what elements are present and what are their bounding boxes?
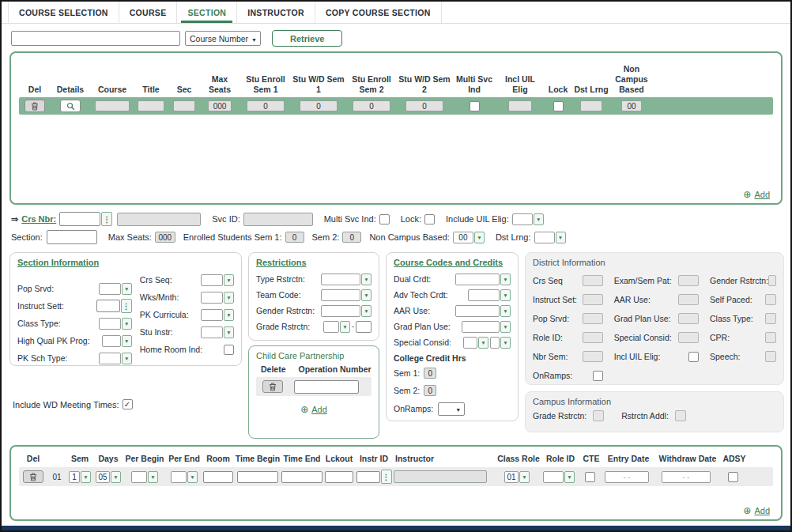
d-exam-sem-pat-label: Exam/Sem Pat: bbox=[614, 276, 672, 285]
multi-svc-ind-row-checkbox[interactable] bbox=[470, 101, 480, 111]
chevron-down-icon[interactable] bbox=[564, 471, 575, 483]
type-rstrctn-dropdown[interactable] bbox=[321, 274, 371, 285]
chevron-down-icon[interactable] bbox=[361, 274, 371, 285]
chevron-down-icon[interactable] bbox=[122, 353, 132, 364]
class-role-dropdown[interactable]: 01 bbox=[504, 471, 530, 483]
search-type-select[interactable]: Course Number bbox=[185, 31, 261, 46]
role-id-dropdown[interactable] bbox=[543, 471, 575, 483]
chevron-down-icon[interactable] bbox=[361, 305, 371, 317]
crs-seq-value bbox=[201, 274, 223, 286]
tab-copy-course-section[interactable]: COPY COURSE SECTION bbox=[315, 2, 442, 23]
chevron-down-icon[interactable] bbox=[500, 305, 511, 317]
chevron-down-icon[interactable] bbox=[500, 321, 511, 333]
entry-date-input[interactable]: - - bbox=[605, 471, 649, 483]
chevron-down-icon[interactable] bbox=[224, 292, 234, 304]
tab-label: COURSE SELECTION bbox=[19, 8, 108, 17]
tab-section[interactable]: SECTION bbox=[177, 2, 237, 23]
chevron-down-icon[interactable] bbox=[340, 321, 350, 333]
non-campus-based-dropdown[interactable]: 00 bbox=[453, 232, 485, 243]
add-meeting-link[interactable]: Add bbox=[754, 506, 770, 515]
crs-nbr-input[interactable] bbox=[59, 212, 100, 226]
adsy-checkbox[interactable] bbox=[728, 472, 738, 482]
tab-instructor[interactable]: INSTRUCTOR bbox=[237, 2, 315, 23]
grad-plan-use-dropdown[interactable] bbox=[462, 321, 511, 333]
pk-sch-type-dropdown[interactable] bbox=[99, 353, 132, 364]
operation-number-input[interactable] bbox=[294, 380, 359, 394]
chevron-down-icon[interactable] bbox=[519, 471, 530, 483]
crs-nbr-label[interactable]: Crs Nbr: bbox=[21, 214, 56, 224]
section-input[interactable] bbox=[47, 230, 97, 244]
adv-tech-crdt-dropdown[interactable] bbox=[468, 289, 511, 301]
onramps-select[interactable] bbox=[438, 402, 465, 416]
tab-course[interactable]: COURSE bbox=[119, 2, 178, 23]
delete-meeting-button[interactable] bbox=[23, 470, 43, 483]
instruct-sett-input[interactable] bbox=[96, 300, 120, 312]
chevron-down-icon[interactable] bbox=[500, 289, 511, 301]
add-section-link[interactable]: Add bbox=[754, 190, 770, 199]
chevron-down-icon[interactable] bbox=[478, 337, 488, 349]
instr-id-input[interactable] bbox=[356, 471, 380, 483]
chevron-down-icon[interactable] bbox=[224, 274, 234, 286]
lock-row-checkbox[interactable] bbox=[553, 101, 564, 111]
special-consid-dropdown-2[interactable] bbox=[490, 337, 511, 349]
lckout-input[interactable] bbox=[325, 471, 353, 483]
chevron-down-icon[interactable] bbox=[361, 289, 371, 301]
course-search-input[interactable] bbox=[11, 31, 180, 46]
chevron-down-icon[interactable] bbox=[534, 213, 544, 225]
special-consid-dropdown-1[interactable] bbox=[463, 337, 488, 349]
dst-lrng-dropdown[interactable] bbox=[534, 232, 566, 243]
svc-id-label: Svc ID: bbox=[212, 214, 239, 224]
chevron-down-icon[interactable] bbox=[224, 326, 234, 338]
include-wd-checkbox[interactable] bbox=[123, 399, 133, 409]
tab-course-selection[interactable]: COURSE SELECTION bbox=[8, 2, 119, 23]
chevron-down-icon[interactable] bbox=[500, 274, 511, 285]
add-operation-link[interactable]: Add bbox=[311, 405, 327, 414]
time-begin-input[interactable] bbox=[237, 471, 278, 483]
team-code-dropdown[interactable] bbox=[321, 289, 371, 301]
delete-operation-button[interactable] bbox=[262, 380, 283, 393]
crs-seq-dropdown[interactable] bbox=[201, 274, 234, 286]
aar-use-dropdown[interactable] bbox=[455, 305, 511, 317]
include-uil-elig-dropdown[interactable] bbox=[512, 213, 544, 225]
chevron-down-icon[interactable] bbox=[474, 232, 485, 243]
grade-rstrctn-dropdown[interactable] bbox=[323, 321, 350, 333]
delete-section-button[interactable] bbox=[25, 100, 45, 112]
cte-checkbox[interactable] bbox=[585, 472, 595, 482]
instr-id-picker-button[interactable] bbox=[381, 470, 392, 484]
wks-mnth-dropdown[interactable] bbox=[201, 292, 234, 304]
dual-crdt-dropdown[interactable] bbox=[455, 274, 511, 285]
per-end-dropdown[interactable] bbox=[171, 471, 198, 483]
room-input[interactable] bbox=[203, 471, 233, 483]
stu-instr-dropdown[interactable] bbox=[201, 326, 234, 338]
withdraw-date-input[interactable]: - - bbox=[662, 471, 711, 483]
sem-dropdown[interactable]: 1 bbox=[69, 471, 91, 483]
chevron-down-icon[interactable] bbox=[122, 335, 132, 347]
crs-nbr-picker-button[interactable] bbox=[101, 212, 112, 226]
instruct-sett-picker-button[interactable] bbox=[121, 299, 132, 313]
gender-rstrctn-dropdown[interactable] bbox=[321, 305, 371, 317]
details-button[interactable] bbox=[60, 100, 81, 112]
lock-checkbox[interactable] bbox=[424, 214, 435, 224]
pk-curricula-dropdown[interactable] bbox=[201, 309, 234, 321]
chevron-down-icon[interactable] bbox=[122, 318, 132, 330]
high-qual-pk-dropdown[interactable] bbox=[102, 335, 132, 347]
district-col-2: Exam/Sem Pat: AAR Use: Grad Plan Use: Sp… bbox=[614, 271, 699, 385]
pop-srvd-dropdown[interactable] bbox=[99, 283, 132, 295]
multi-svc-ind-checkbox[interactable] bbox=[379, 214, 390, 224]
chevron-down-icon[interactable] bbox=[148, 471, 158, 483]
dual-crdt-label: Dual Crdt: bbox=[394, 274, 431, 284]
days-dropdown[interactable]: 05 bbox=[96, 471, 121, 483]
per-begin-dropdown[interactable] bbox=[131, 471, 158, 483]
home-room-ind-checkbox[interactable] bbox=[224, 345, 234, 355]
class-type-dropdown[interactable] bbox=[99, 318, 132, 330]
chevron-down-icon[interactable] bbox=[500, 337, 511, 349]
time-end-input[interactable] bbox=[281, 471, 322, 483]
chevron-down-icon[interactable] bbox=[81, 471, 91, 483]
chevron-down-icon[interactable] bbox=[122, 283, 132, 295]
chevron-down-icon[interactable] bbox=[187, 471, 198, 483]
retrieve-button[interactable]: Retrieve bbox=[272, 30, 342, 47]
chevron-down-icon[interactable] bbox=[224, 309, 234, 321]
chevron-down-icon[interactable] bbox=[556, 232, 566, 243]
chevron-down-icon[interactable] bbox=[111, 471, 121, 483]
grade-rstrctn-high-input[interactable] bbox=[356, 321, 371, 333]
